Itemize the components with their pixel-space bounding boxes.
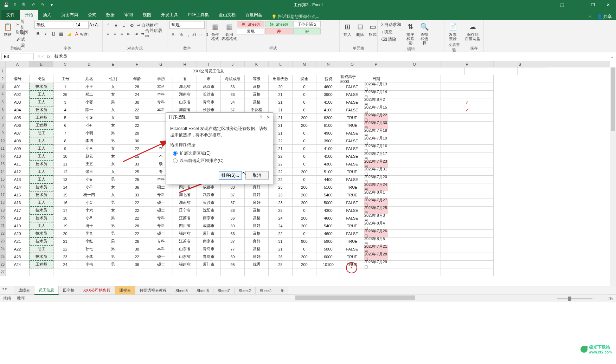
data-cell[interactable]: TRUE [340, 183, 364, 191]
data-cell[interactable]: 66 [221, 230, 245, 238]
comma-icon[interactable]: , [185, 31, 192, 38]
column-header[interactable]: R [441, 61, 494, 67]
data-cell[interactable]: 10100 [316, 261, 340, 268]
data-cell[interactable]: 男 [101, 245, 125, 253]
data-cell[interactable]: 小E [77, 176, 101, 183]
font-name-select[interactable] [34, 21, 73, 29]
data-cell[interactable]: 山东省 [173, 245, 197, 253]
tab-file[interactable]: 文件 [1, 10, 20, 20]
data-cell[interactable] [388, 230, 441, 238]
row-header[interactable]: 25 [0, 253, 6, 261]
data-cell[interactable]: A08 [6, 137, 30, 145]
data-cell[interactable]: 26 [269, 253, 293, 261]
data-cell[interactable]: 湖南省 [173, 91, 197, 98]
tab-review[interactable]: 审阅 [120, 10, 138, 20]
data-cell[interactable]: 女 [101, 191, 125, 199]
data-cell[interactable]: 11 [53, 160, 77, 168]
data-cell[interactable]: 66 [221, 83, 245, 91]
data-cell[interactable]: 3 [53, 98, 77, 106]
column-header[interactable]: L [269, 61, 293, 67]
row-header[interactable]: 20 [0, 214, 6, 222]
data-cell[interactable]: 4100 [316, 98, 340, 106]
data-cell[interactable]: A15 [6, 191, 30, 199]
data-cell[interactable] [441, 114, 494, 122]
data-cell[interactable]: 4100 [316, 152, 340, 160]
data-cell[interactable]: 良好 [245, 253, 269, 261]
data-cell[interactable]: 21 [269, 98, 293, 106]
bold-icon[interactable]: B [34, 30, 41, 37]
data-cell[interactable] [388, 199, 441, 207]
data-cell[interactable]: 本科 [149, 91, 173, 98]
align-right-icon[interactable]: ≡ [119, 30, 125, 37]
invoice-check-button[interactable]: 📄发票 查验 [447, 21, 459, 41]
row-header[interactable]: 18 [0, 199, 6, 207]
sheet-tab[interactable]: 数据透视表教程 [135, 286, 171, 294]
data-cell[interactable]: 30 [125, 114, 149, 122]
data-cell[interactable]: 64 [221, 98, 245, 106]
data-cell[interactable]: 女 [101, 83, 125, 91]
tab-view[interactable]: 视图 [138, 10, 156, 20]
data-cell[interactable] [441, 207, 494, 214]
tab-home[interactable]: 开始 [20, 10, 38, 20]
tab-dev[interactable]: 开发工具 [156, 10, 183, 20]
header-cell[interactable]: 岗位 [30, 75, 53, 83]
data-cell[interactable]: 女 [101, 145, 125, 152]
data-cell[interactable]: 福建省 [173, 230, 197, 238]
header-cell[interactable]: 考核成绩 [221, 75, 245, 83]
row-header[interactable]: 7 [0, 114, 6, 122]
formula-input[interactable] [53, 53, 610, 60]
data-cell[interactable]: FALSE [340, 207, 364, 214]
data-cell[interactable]: 36 [125, 261, 149, 268]
column-header[interactable]: S [494, 61, 546, 67]
data-cell[interactable]: 专科 [149, 222, 173, 230]
data-cell[interactable] [388, 160, 441, 168]
data-cell[interactable]: A17 [6, 207, 30, 214]
data-cell[interactable]: 0 [293, 137, 316, 145]
data-cell[interactable]: 30 [125, 245, 149, 253]
data-cell[interactable] [441, 183, 494, 191]
data-cell[interactable]: 5400 [316, 191, 340, 199]
data-cell[interactable]: 女 [101, 114, 125, 122]
vertical-scroll-thumb[interactable] [611, 67, 615, 131]
indent-dec-icon[interactable]: ⇤ [126, 30, 132, 37]
data-cell[interactable]: 14 [53, 183, 77, 191]
data-cell[interactable]: A20 [6, 230, 30, 238]
align-top-icon[interactable]: ⌃ [105, 22, 112, 29]
data-cell[interactable]: 89 [221, 253, 245, 261]
save-baidu-button[interactable]: ☁保存到 百度网盘 [466, 21, 479, 41]
data-cell[interactable]: 200 [293, 261, 316, 268]
data-cell[interactable]: 李四 [77, 137, 101, 145]
data-cell[interactable]: 女 [101, 106, 125, 114]
row-header[interactable]: 12 [0, 152, 6, 160]
new-sheet-button[interactable]: ⊕ [276, 287, 288, 294]
column-header[interactable]: K [245, 61, 269, 67]
data-cell[interactable]: FALSE [340, 137, 364, 145]
data-cell[interactable]: 男 [101, 261, 125, 268]
column-header[interactable]: G [149, 61, 173, 67]
tab-baidu[interactable]: 百度网盘 [240, 10, 267, 20]
data-cell[interactable]: 7 [53, 129, 77, 137]
data-cell[interactable]: 4100 [316, 145, 340, 152]
data-cell[interactable]: A24 [6, 261, 30, 268]
data-cell[interactable]: 25 [125, 152, 149, 160]
data-cell[interactable]: TRUE [340, 191, 364, 199]
data-cell[interactable]: 技术员 [30, 230, 53, 238]
data-cell[interactable]: 工程师 [30, 114, 53, 122]
font-size-select[interactable] [74, 21, 89, 29]
data-cell[interactable]: 湖北省 [173, 191, 197, 199]
data-cell[interactable]: 6000 [316, 253, 340, 261]
data-cell[interactable]: 女 [101, 168, 125, 176]
header-cell[interactable]: 省 [173, 75, 197, 83]
row-header[interactable]: 21 [0, 222, 6, 230]
data-cell[interactable]: 12 [53, 168, 77, 176]
data-cell[interactable] [388, 261, 441, 268]
data-cell[interactable]: 赵云 [77, 152, 101, 160]
increase-font-icon[interactable]: A↑ [89, 22, 94, 27]
data-cell[interactable]: 青岛市 [197, 98, 221, 106]
data-cell[interactable]: 22 [269, 207, 293, 214]
worksheet-grid[interactable]: ABCDEFGHIJKLMNOPQRS 12345678910111213141… [0, 61, 616, 286]
data-cell[interactable]: 17 [53, 207, 77, 214]
data-cell[interactable]: 4600 [316, 83, 340, 91]
data-cell[interactable] [388, 214, 441, 222]
border-icon[interactable]: ▦ [58, 30, 65, 37]
